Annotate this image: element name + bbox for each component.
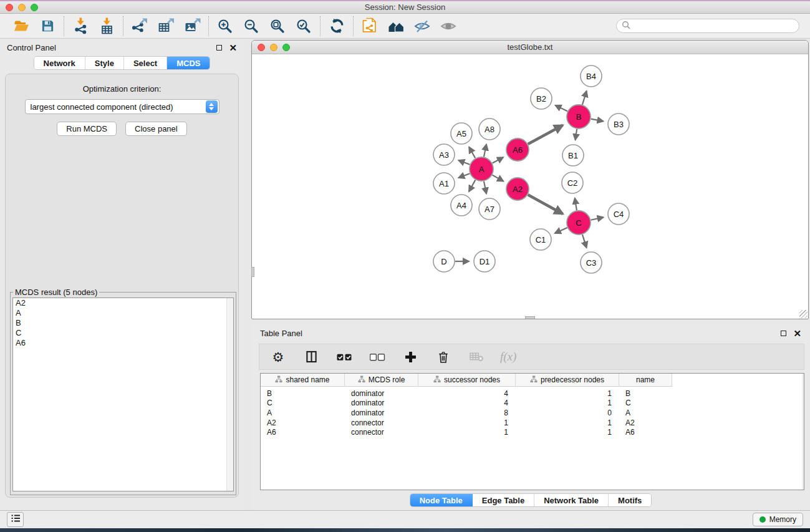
cell-predecessor_nodes[interactable]: 1 xyxy=(516,427,619,437)
network-vscroll-thumb[interactable] xyxy=(251,267,254,277)
graph-node-B[interactable]: B xyxy=(567,105,591,128)
app-titlebar[interactable]: Session: New Session xyxy=(0,1,810,14)
graph-node-D[interactable]: D xyxy=(433,251,455,272)
zoom-fit-icon[interactable] xyxy=(268,17,287,36)
graph-node-C4[interactable]: C4 xyxy=(608,203,629,225)
minimize-network-button[interactable] xyxy=(270,44,277,51)
graph-node-B3[interactable]: B3 xyxy=(608,114,629,135)
optimization-criterion-select[interactable]: largest connected component (directed) xyxy=(25,99,219,114)
table-tab-edge-table[interactable]: Edge Table xyxy=(473,494,534,506)
cell-name[interactable]: C xyxy=(619,399,672,409)
float-table-panel-icon[interactable] xyxy=(781,331,786,336)
tab-select[interactable]: Select xyxy=(124,57,167,69)
table-tab-node-table[interactable]: Node Table xyxy=(410,494,473,506)
cell-successor_nodes[interactable]: 8 xyxy=(418,408,516,418)
cell-successor_nodes[interactable]: 4 xyxy=(418,399,516,409)
cell-name[interactable]: B xyxy=(619,389,672,399)
save-floppy-icon[interactable] xyxy=(38,17,57,36)
graph-node-D1[interactable]: D1 xyxy=(474,251,495,272)
cell-predecessor_nodes[interactable]: 1 xyxy=(516,399,619,409)
cell-name[interactable]: A xyxy=(619,408,672,418)
cell-predecessor_nodes[interactable]: 1 xyxy=(516,389,619,399)
graph-node-A5[interactable]: A5 xyxy=(451,123,472,144)
cell-successor_nodes[interactable]: 4 xyxy=(418,389,516,399)
close-table-panel-icon[interactable]: ✕ xyxy=(793,329,801,338)
float-panel-icon[interactable] xyxy=(216,45,222,51)
cell-mcds_role[interactable]: dominator xyxy=(345,399,418,409)
graph-node-A6[interactable]: A6 xyxy=(506,138,529,161)
network-hscroll-thumb[interactable] xyxy=(525,316,535,319)
close-panel-button[interactable]: Close panel xyxy=(125,122,187,136)
result-item[interactable]: C xyxy=(13,328,233,338)
cell-successor_nodes[interactable]: 1 xyxy=(418,427,516,437)
graph-node-C1[interactable]: C1 xyxy=(530,229,551,250)
table-row[interactable]: A2connector11A2 xyxy=(261,418,804,428)
graph-node-B4[interactable]: B4 xyxy=(581,65,602,87)
table-tab-motifs[interactable]: Motifs xyxy=(609,494,651,506)
column-header-name[interactable]: name xyxy=(619,374,672,387)
cell-name[interactable]: A2 xyxy=(619,418,672,428)
cell-mcds_role[interactable]: connector xyxy=(345,427,418,437)
graph-node-A7[interactable]: A7 xyxy=(479,198,500,220)
cell-shared_name[interactable]: B xyxy=(261,389,345,399)
tab-network[interactable]: Network xyxy=(34,57,85,69)
tab-style[interactable]: Style xyxy=(85,57,124,69)
table-row[interactable]: Bdominator41B xyxy=(261,389,804,399)
new-network-from-selection-icon[interactable] xyxy=(360,17,379,36)
graph-node-A3[interactable]: A3 xyxy=(433,144,455,165)
search-input[interactable] xyxy=(634,22,794,31)
delete-columns-trash-icon[interactable] xyxy=(434,347,453,366)
table-scrollbar[interactable] xyxy=(802,374,804,490)
cell-name[interactable]: A6 xyxy=(619,427,672,437)
show-eye-icon[interactable] xyxy=(439,17,458,36)
graph-node-B2[interactable]: B2 xyxy=(531,88,552,109)
cell-mcds_role[interactable]: connector xyxy=(345,418,418,428)
cell-shared_name[interactable]: C xyxy=(261,399,345,409)
graph-node-A8[interactable]: A8 xyxy=(479,118,500,140)
zoom-network-button[interactable] xyxy=(282,44,290,51)
export-network-icon[interactable] xyxy=(130,17,149,36)
table-settings-gear-icon[interactable]: ⚙ xyxy=(269,347,287,366)
hide-eye-slash-icon[interactable] xyxy=(413,17,432,36)
result-item[interactable]: A2 xyxy=(13,298,233,308)
column-header-successor-nodes[interactable]: successor nodes xyxy=(418,374,516,387)
import-table-icon[interactable] xyxy=(97,17,116,36)
result-scrollbar[interactable] xyxy=(226,298,233,491)
close-network-button[interactable] xyxy=(258,44,265,51)
graph-node-C3[interactable]: C3 xyxy=(581,252,602,273)
graph-node-A4[interactable]: A4 xyxy=(451,195,472,216)
task-history-button[interactable] xyxy=(7,512,24,527)
memory-button[interactable]: Memory xyxy=(753,513,803,526)
export-table-icon[interactable] xyxy=(157,17,175,36)
houses-icon[interactable] xyxy=(387,17,405,36)
zoom-selected-icon[interactable] xyxy=(294,17,313,36)
result-item[interactable]: A xyxy=(13,308,233,318)
column-header-shared-name[interactable]: shared name xyxy=(261,374,345,387)
import-network-icon[interactable] xyxy=(71,17,90,36)
show-column-icon[interactable] xyxy=(302,347,321,366)
cell-shared_name[interactable]: A xyxy=(261,408,345,418)
result-item[interactable]: B xyxy=(13,318,233,328)
zoom-window-button[interactable] xyxy=(31,4,38,11)
create-column-plus-icon[interactable] xyxy=(401,347,420,366)
run-mcds-button[interactable]: Run MCDS xyxy=(57,122,117,136)
zoom-out-icon[interactable] xyxy=(242,17,261,36)
table-row[interactable]: Adominator80A xyxy=(261,408,804,418)
search-field[interactable] xyxy=(616,19,799,33)
cell-mcds_role[interactable]: dominator xyxy=(345,408,418,418)
cell-mcds_role[interactable]: dominator xyxy=(345,389,418,399)
network-window-titlebar[interactable]: testGlobe.txt xyxy=(252,41,808,54)
graph-node-A1[interactable]: A1 xyxy=(433,173,455,194)
graph-node-C[interactable]: C xyxy=(567,211,591,235)
window-resize-grip[interactable] xyxy=(799,310,808,318)
result-item[interactable]: A6 xyxy=(13,338,233,348)
graph-node-A2[interactable]: A2 xyxy=(506,178,529,200)
close-window-button[interactable] xyxy=(6,4,13,11)
graph-node-C2[interactable]: C2 xyxy=(562,172,583,193)
open-folder-icon[interactable] xyxy=(12,17,31,36)
cell-shared_name[interactable]: A2 xyxy=(261,418,345,428)
tab-mcds[interactable]: MCDS xyxy=(167,57,210,69)
zoom-in-icon[interactable] xyxy=(216,17,234,36)
select-all-checkboxes-icon[interactable] xyxy=(335,347,354,366)
table-row[interactable]: Cdominator41C xyxy=(261,399,804,409)
